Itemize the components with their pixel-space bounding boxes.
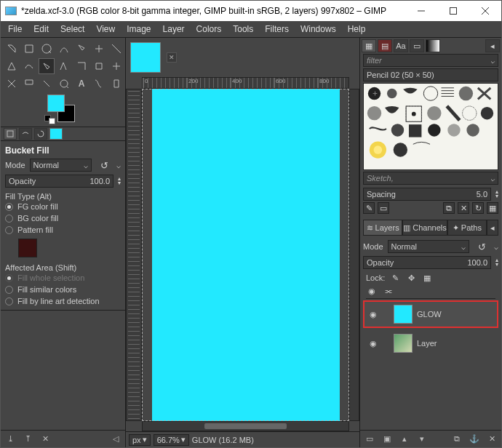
- paths-tab[interactable]: ✦ Paths: [447, 220, 487, 236]
- tool-11[interactable]: [73, 58, 89, 74]
- layer-row[interactable]: ◉Layer: [363, 329, 498, 357]
- device-status-tab[interactable]: [19, 128, 32, 140]
- opacity-slider[interactable]: Opacity100.0: [5, 175, 113, 188]
- fill-type-radio[interactable]: BG color fill: [5, 212, 121, 224]
- mode-select[interactable]: Normal: [30, 159, 92, 172]
- tool-7[interactable]: [4, 58, 20, 74]
- gradients-tab[interactable]: [426, 39, 440, 52]
- layer-name[interactable]: Layer: [417, 339, 437, 348]
- scrollbar-horizontal[interactable]: [142, 421, 349, 431]
- configure-tab-icon[interactable]: ◂: [487, 220, 498, 236]
- lock-position-icon[interactable]: ✥: [405, 272, 417, 284]
- zoom-select[interactable]: 66.7% ▾: [154, 434, 189, 446]
- layers-tab[interactable]: ≋ Layers: [363, 220, 402, 236]
- refresh-brush-icon[interactable]: ↻: [472, 202, 484, 214]
- brush-filter-input[interactable]: filter: [363, 54, 498, 67]
- brush-preset-select[interactable]: Sketch,: [363, 172, 498, 185]
- tool-19[interactable]: [91, 76, 107, 92]
- save-icon[interactable]: ⤓: [5, 434, 15, 444]
- restore-icon[interactable]: ⤒: [23, 434, 33, 444]
- layer-group-icon[interactable]: ▣: [382, 434, 392, 444]
- canvas[interactable]: [152, 89, 340, 421]
- unit-select[interactable]: px ▾: [129, 434, 151, 446]
- fill-type-radio[interactable]: Pattern fill: [5, 224, 121, 236]
- menu-tools[interactable]: Tools: [227, 23, 259, 36]
- menu-edit[interactable]: Edit: [28, 23, 55, 36]
- tool-15[interactable]: [21, 76, 37, 92]
- visibility-toggle-icon[interactable]: ◉: [367, 339, 379, 348]
- tool-8[interactable]: [21, 58, 37, 74]
- default-colors-icon-2[interactable]: [49, 118, 55, 124]
- fill-type-radio[interactable]: FG color fill: [5, 201, 121, 212]
- raise-layer-icon[interactable]: ▴: [399, 434, 410, 444]
- fg-color-swatch[interactable]: [47, 95, 65, 112]
- menu-layer[interactable]: Layer: [157, 23, 191, 36]
- tool-options-tab[interactable]: [4, 128, 17, 140]
- undo-history-tab[interactable]: [34, 128, 47, 140]
- tool-9[interactable]: [39, 58, 55, 74]
- configure-tab-icon[interactable]: ◂: [485, 39, 500, 52]
- visibility-toggle-icon[interactable]: ◉: [367, 310, 379, 319]
- new-brush-icon[interactable]: ▭: [378, 202, 389, 214]
- layer-name[interactable]: GLOW: [417, 310, 442, 319]
- channels-tab[interactable]: ▥ Channels: [402, 220, 447, 236]
- affected-area-radio[interactable]: Fill similar colors: [5, 284, 121, 295]
- history-tab[interactable]: ▭: [410, 39, 424, 52]
- minimize-button[interactable]: [405, 1, 437, 21]
- brush-grid[interactable]: [363, 83, 498, 170]
- open-as-image-icon[interactable]: ▦: [487, 202, 498, 214]
- images-tab[interactable]: [49, 128, 63, 140]
- affected-area-radio[interactable]: Fill whole selection: [5, 272, 121, 284]
- tool-3[interactable]: [56, 41, 72, 57]
- menu-select[interactable]: Select: [55, 23, 90, 36]
- tool-16[interactable]: [39, 76, 55, 92]
- tool-13[interactable]: [108, 58, 124, 74]
- reset-icon[interactable]: ◁: [111, 434, 121, 444]
- anchor-layer-icon[interactable]: ⚓: [469, 434, 479, 444]
- tool-4[interactable]: [73, 41, 89, 57]
- lock-alpha-icon[interactable]: ▦: [421, 272, 433, 284]
- tool-6[interactable]: [108, 41, 124, 57]
- image-tab-thumb[interactable]: [130, 42, 161, 73]
- delete-brush-icon[interactable]: ✕: [458, 202, 469, 214]
- tool-14[interactable]: [4, 76, 20, 92]
- menu-view[interactable]: View: [90, 23, 121, 36]
- tool-5[interactable]: [91, 41, 107, 57]
- menu-colors[interactable]: Colors: [191, 23, 228, 36]
- patterns-tab[interactable]: ▤: [378, 39, 392, 52]
- maximize-button[interactable]: [437, 1, 469, 21]
- lower-layer-icon[interactable]: ▾: [417, 434, 427, 444]
- delete-layer-icon[interactable]: ✕: [487, 434, 497, 444]
- duplicate-brush-icon[interactable]: ⧉: [443, 202, 455, 214]
- menu-windows[interactable]: Windows: [295, 23, 342, 36]
- tool-1[interactable]: [21, 41, 37, 57]
- chevron-down-icon[interactable]: [116, 161, 121, 169]
- menu-file[interactable]: File: [2, 23, 28, 36]
- reset-icon[interactable]: [474, 240, 490, 253]
- close-image-tab[interactable]: ✕: [167, 52, 177, 63]
- chevron-down-icon[interactable]: [494, 242, 498, 251]
- delete-icon[interactable]: ✕: [40, 434, 50, 444]
- layer-row[interactable]: ◉GLOW: [363, 300, 498, 328]
- layer-opacity-slider[interactable]: Opacity100.0: [363, 256, 491, 269]
- close-button[interactable]: [469, 1, 501, 21]
- menu-filters[interactable]: Filters: [259, 23, 295, 36]
- layer-mode-select[interactable]: Normal: [388, 240, 469, 253]
- scrollbar-vertical[interactable]: [349, 89, 359, 421]
- tool-12[interactable]: [91, 58, 107, 74]
- spacing-slider[interactable]: Spacing5.0: [363, 188, 491, 201]
- brushes-tab[interactable]: ▦: [362, 39, 376, 52]
- edit-brush-icon[interactable]: ✎: [363, 202, 375, 214]
- menu-help[interactable]: Help: [342, 23, 372, 36]
- fonts-tab[interactable]: Aa: [394, 39, 408, 52]
- color-swatches[interactable]: [44, 95, 88, 127]
- tool-20[interactable]: [108, 76, 124, 92]
- ruler-horizontal[interactable]: 0200400600800: [142, 77, 349, 89]
- ruler-vertical[interactable]: [126, 89, 142, 421]
- tool-0[interactable]: [4, 41, 20, 57]
- duplicate-layer-icon[interactable]: ⧉: [452, 434, 462, 444]
- canvas-viewport[interactable]: [142, 89, 349, 421]
- tool-10[interactable]: [56, 58, 72, 74]
- affected-area-radio[interactable]: Fill by line art detection: [5, 295, 121, 307]
- pattern-swatch[interactable]: [18, 239, 37, 257]
